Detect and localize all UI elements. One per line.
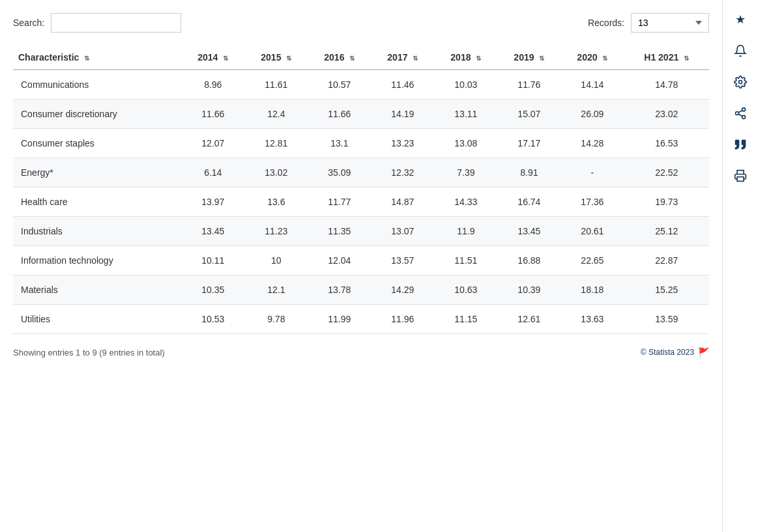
col-header-characteristic[interactable]: Characteristic ⇅ (13, 46, 181, 70)
cell-characteristic: Consumer staples (13, 129, 181, 158)
cell-y2018: 7.39 (434, 158, 497, 188)
table-row: Consumer staples12.0712.8113.113.2313.08… (13, 129, 709, 158)
cell-h12021: 25.12 (624, 217, 709, 246)
cell-characteristic: Energy* (13, 158, 181, 188)
bell-icon[interactable] (726, 36, 755, 65)
cell-characteristic: Health care (13, 188, 181, 217)
cell-y2016: 13.1 (308, 129, 371, 158)
top-bar: Search: Records: 10 13 25 50 100 (13, 13, 709, 33)
table-row: Utilities10.539.7811.9911.9611.1512.6113… (13, 305, 709, 334)
table-row: Materials10.3512.113.7814.2910.6310.3918… (13, 275, 709, 305)
cell-y2017: 14.19 (371, 100, 434, 129)
sort-icon-2017: ⇅ (413, 55, 418, 62)
cell-y2017: 13.07 (371, 217, 434, 246)
statista-flag-icon: 🚩 (698, 347, 709, 357)
cell-h12021: 19.73 (624, 188, 709, 217)
cell-y2017: 13.57 (371, 246, 434, 275)
print-icon[interactable] (726, 161, 755, 190)
cell-y2020: 20.61 (561, 217, 624, 246)
star-icon[interactable]: ★ (726, 5, 755, 34)
cell-h12021: 16.53 (624, 129, 709, 158)
svg-line-5 (738, 110, 742, 112)
svg-point-1 (742, 108, 746, 111)
cell-y2014: 6.14 (181, 158, 244, 188)
cell-y2018: 10.03 (434, 70, 497, 100)
cell-y2014: 10.35 (181, 275, 244, 305)
cell-y2016: 10.57 (308, 70, 371, 100)
cell-characteristic: Consumer discretionary (13, 100, 181, 129)
sidebar: ★ (722, 0, 758, 532)
sort-icon-2014: ⇅ (223, 55, 228, 62)
cell-y2018: 13.11 (434, 100, 497, 129)
footer: Showing entries 1 to 9 (9 entries in tot… (13, 347, 709, 357)
sort-icon-characteristic: ⇅ (84, 55, 89, 62)
col-header-2014[interactable]: 2014 ⇅ (181, 46, 244, 70)
cell-y2018: 11.9 (434, 217, 497, 246)
col-header-2016[interactable]: 2016 ⇅ (308, 46, 371, 70)
cell-y2017: 14.87 (371, 188, 434, 217)
cell-y2015: 11.61 (244, 70, 308, 100)
records-label: Records: (588, 18, 624, 28)
cell-y2014: 13.97 (181, 188, 244, 217)
sort-icon-2019: ⇅ (539, 55, 544, 62)
cell-characteristic: Information technology (13, 246, 181, 275)
svg-point-0 (739, 81, 742, 84)
cell-y2019: 11.76 (497, 70, 561, 100)
quote-icon[interactable] (726, 130, 755, 159)
cell-y2019: 16.74 (497, 188, 561, 217)
cell-y2018: 10.63 (434, 275, 497, 305)
gear-icon[interactable] (726, 68, 755, 96)
svg-point-3 (742, 115, 746, 119)
cell-y2019: 12.61 (497, 305, 561, 334)
cell-y2015: 12.1 (244, 275, 308, 305)
statista-credit: © Statista 2023 🚩 (641, 347, 709, 357)
share-icon[interactable] (726, 99, 755, 128)
table-row: Information technology10.111012.0413.571… (13, 246, 709, 275)
col-header-2015[interactable]: 2015 ⇅ (244, 46, 308, 70)
cell-y2018: 13.08 (434, 129, 497, 158)
cell-y2018: 11.51 (434, 246, 497, 275)
svg-line-4 (738, 114, 742, 116)
col-header-2018[interactable]: 2018 ⇅ (434, 46, 497, 70)
cell-y2014: 11.66 (181, 100, 244, 129)
search-label: Search: (13, 18, 44, 28)
cell-y2017: 12.32 (371, 158, 434, 188)
col-header-2017[interactable]: 2017 ⇅ (371, 46, 434, 70)
sort-icon-h12021: ⇅ (684, 55, 689, 62)
cell-y2016: 12.04 (308, 246, 371, 275)
cell-y2016: 11.35 (308, 217, 371, 246)
cell-y2016: 11.99 (308, 305, 371, 334)
cell-y2014: 10.53 (181, 305, 244, 334)
cell-y2019: 13.45 (497, 217, 561, 246)
cell-y2015: 13.02 (244, 158, 308, 188)
cell-y2014: 12.07 (181, 129, 244, 158)
col-header-h12021[interactable]: H1 2021 ⇅ (624, 46, 709, 70)
sort-icon-2015: ⇅ (286, 55, 291, 62)
search-input[interactable] (51, 13, 181, 33)
table-row: Health care13.9713.611.7714.8714.3316.74… (13, 188, 709, 217)
cell-h12021: 22.52 (624, 158, 709, 188)
table-row: Energy*6.1413.0235.0912.327.398.91-22.52 (13, 158, 709, 188)
cell-characteristic: Industrials (13, 217, 181, 246)
sort-icon-2020: ⇅ (602, 55, 607, 62)
records-select[interactable]: 10 13 25 50 100 (631, 13, 709, 33)
cell-y2020: 14.14 (561, 70, 624, 100)
col-header-2020[interactable]: 2020 ⇅ (561, 46, 624, 70)
sort-icon-2018: ⇅ (476, 55, 481, 62)
cell-y2020: 17.36 (561, 188, 624, 217)
main-content: Search: Records: 10 13 25 50 100 Charact… (0, 0, 722, 371)
cell-y2015: 9.78 (244, 305, 308, 334)
table-container: Characteristic ⇅ 2014 ⇅ 2015 ⇅ 2016 ⇅ 20… (13, 46, 709, 334)
cell-y2016: 13.78 (308, 275, 371, 305)
showing-text: Showing entries 1 to 9 (9 entries in tot… (13, 348, 165, 357)
cell-y2015: 13.6 (244, 188, 308, 217)
svg-rect-6 (737, 177, 744, 182)
sort-icon-2016: ⇅ (349, 55, 355, 62)
cell-y2020: 14.28 (561, 129, 624, 158)
col-header-2019[interactable]: 2019 ⇅ (497, 46, 561, 70)
cell-h12021: 22.87 (624, 246, 709, 275)
cell-y2019: 15.07 (497, 100, 561, 129)
statista-credit-text: © Statista 2023 (641, 348, 694, 357)
cell-y2014: 10.11 (181, 246, 244, 275)
data-table: Characteristic ⇅ 2014 ⇅ 2015 ⇅ 2016 ⇅ 20… (13, 46, 709, 334)
